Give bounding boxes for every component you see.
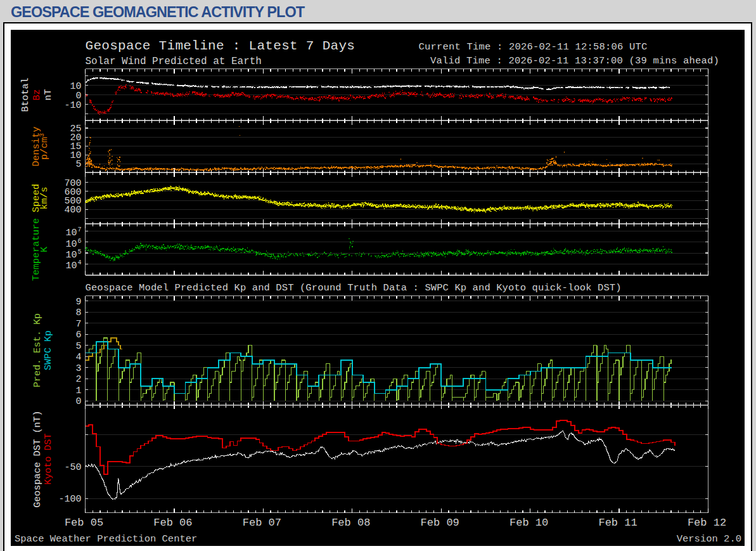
svg-text:9: 9 bbox=[75, 296, 81, 307]
svg-text:Valid Time : 2026-02-11 13:37:: Valid Time : 2026-02-11 13:37:00 (39 min… bbox=[430, 55, 719, 67]
svg-text:-50: -50 bbox=[64, 462, 81, 473]
svg-text:K: K bbox=[39, 247, 49, 252]
svg-text:Version 2.0: Version 2.0 bbox=[676, 533, 741, 545]
svg-text:Feb 05: Feb 05 bbox=[64, 517, 103, 529]
svg-text:Feb 09: Feb 09 bbox=[420, 517, 459, 529]
svg-text:Geospace Timeline : Latest 7 D: Geospace Timeline : Latest 7 Days bbox=[85, 39, 355, 53]
svg-text:10: 10 bbox=[65, 261, 77, 271]
svg-text:Geospace Model Predicted Kp an: Geospace Model Predicted Kp and DST (Gro… bbox=[85, 282, 621, 294]
svg-text:1: 1 bbox=[75, 385, 81, 396]
svg-text:6: 6 bbox=[77, 237, 81, 244]
svg-text:Feb 08: Feb 08 bbox=[331, 517, 370, 529]
svg-text:Geospace DST (nT): Geospace DST (nT) bbox=[32, 410, 43, 507]
svg-text:2: 2 bbox=[75, 374, 81, 385]
svg-text:8: 8 bbox=[75, 308, 81, 318]
svg-text:Solar Wind Predicted at Earth: Solar Wind Predicted at Earth bbox=[85, 56, 261, 67]
svg-text:-100: -100 bbox=[58, 494, 81, 505]
svg-text:Pred. Est. Kp: Pred. Est. Kp bbox=[32, 313, 42, 387]
svg-text:4: 4 bbox=[77, 259, 81, 266]
svg-text:4: 4 bbox=[75, 352, 81, 363]
svg-text:-10: -10 bbox=[64, 100, 81, 110]
svg-text:10: 10 bbox=[65, 250, 77, 261]
svg-text:Kyoto DST: Kyoto DST bbox=[43, 433, 54, 484]
svg-text:Feb 12: Feb 12 bbox=[687, 517, 726, 529]
svg-text:SWPC Kp: SWPC Kp bbox=[43, 330, 54, 370]
svg-text:7: 7 bbox=[75, 318, 81, 329]
svg-text:Btotal: Btotal bbox=[20, 77, 30, 112]
svg-text:400: 400 bbox=[64, 205, 81, 216]
svg-text:Feb 07: Feb 07 bbox=[242, 517, 281, 529]
svg-text:5: 5 bbox=[77, 249, 81, 256]
svg-text:Current Time : 2026-02-11 12:5: Current Time : 2026-02-11 12:58:06 UTC bbox=[418, 41, 647, 53]
svg-text:5: 5 bbox=[75, 159, 81, 170]
svg-text:Feb 10: Feb 10 bbox=[509, 517, 548, 529]
svg-text:10: 10 bbox=[65, 238, 77, 249]
svg-text:7: 7 bbox=[77, 226, 81, 233]
svg-text:Space Weather Prediction Cente: Space Weather Prediction Center bbox=[15, 533, 197, 545]
svg-text:Bz: Bz bbox=[31, 89, 42, 100]
svg-text:3: 3 bbox=[75, 363, 81, 373]
svg-text:Feb 11: Feb 11 bbox=[598, 517, 637, 529]
svg-text:5: 5 bbox=[75, 340, 81, 351]
svg-text:10: 10 bbox=[65, 228, 77, 238]
svg-text:Feb 06: Feb 06 bbox=[153, 517, 192, 529]
svg-text:6: 6 bbox=[75, 330, 81, 340]
svg-text:0: 0 bbox=[75, 396, 81, 407]
svg-text:p/cm3: p/cm3 bbox=[38, 133, 49, 160]
svg-text:nT: nT bbox=[43, 89, 54, 100]
svg-text:km/s: km/s bbox=[39, 186, 49, 209]
